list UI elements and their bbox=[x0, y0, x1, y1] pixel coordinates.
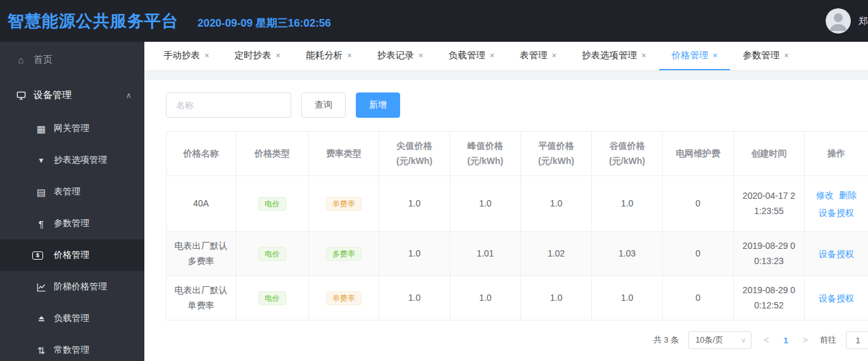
tab-reading-options-management[interactable]: 抄表选项管理 × bbox=[569, 42, 659, 70]
table-row: 40A 电价 单费率 1.0 1.0 1.0 1.0 0 2020-04-17 … bbox=[167, 176, 868, 232]
user-photo-icon bbox=[826, 8, 851, 34]
sidebar-item-device-management[interactable]: 设备管理 ∧ bbox=[0, 77, 144, 113]
cell-sharp-price: 1.0 bbox=[379, 276, 450, 320]
cell-flat-price: 1.02 bbox=[521, 232, 592, 276]
close-icon[interactable]: × bbox=[204, 51, 210, 60]
sidebar-item-meter-management[interactable]: ▤ 表管理 bbox=[0, 176, 144, 208]
sidebar-item-label: 表管理 bbox=[54, 186, 80, 198]
rate-type-tag: 多费率 bbox=[326, 247, 362, 261]
prev-page-button[interactable]: < bbox=[761, 335, 771, 345]
avatar[interactable] bbox=[826, 8, 851, 34]
close-icon[interactable]: × bbox=[418, 51, 424, 60]
sidebar-item-label: 参数管理 bbox=[54, 218, 89, 229]
cell-price-name: 40A bbox=[167, 176, 236, 232]
sidebar-item-load-management[interactable]: 负载管理 bbox=[0, 303, 144, 334]
cell-price-name: 电表出厂默认多费率 bbox=[167, 232, 236, 276]
rate-type-tag: 单费率 bbox=[326, 291, 362, 305]
price-type-tag: 电价 bbox=[258, 291, 286, 305]
cell-actions: 修改删除 设备授权 bbox=[805, 176, 868, 232]
tab-reading-records[interactable]: 抄表记录 × bbox=[365, 42, 436, 70]
sidebar-item-label: 价格管理 bbox=[54, 250, 89, 261]
tab-load-management[interactable]: 负载管理 × bbox=[436, 42, 507, 70]
sidebar-item-gateway-management[interactable]: ▦ 网关管理 bbox=[0, 113, 144, 144]
device-authorize-link[interactable]: 设备授权 bbox=[819, 293, 854, 303]
sort-icon: ⇅ bbox=[35, 346, 47, 355]
tab-manual-reading[interactable]: 手动抄表 × bbox=[151, 42, 222, 70]
col-actions: 操作 bbox=[805, 132, 868, 176]
close-icon[interactable]: × bbox=[641, 51, 646, 60]
table-row: 电表出厂默认单费率 电价 单费率 1.0 1.0 1.0 1.0 0 2019-… bbox=[167, 276, 868, 320]
col-valley-price: 谷值价格(元/kWh) bbox=[592, 132, 663, 176]
sidebar-item-reading-options-management[interactable]: ▼ 抄表选项管理 bbox=[0, 144, 144, 176]
cell-valley-price: 1.03 bbox=[592, 232, 663, 276]
sidebar-item-label: 抄表选项管理 bbox=[54, 155, 107, 166]
username: 郑 bbox=[859, 15, 868, 27]
device-authorize-link[interactable]: 设备授权 bbox=[819, 208, 854, 218]
grid-icon: ▦ bbox=[35, 124, 47, 134]
col-created-at: 创建时间 bbox=[734, 132, 805, 176]
pagination: 共 3 条 10条/页 ∨ < 1 > 前往 页 bbox=[166, 331, 868, 349]
filter-icon: ▼ bbox=[35, 157, 47, 164]
page-size-value: 10条/页 bbox=[695, 334, 723, 346]
delete-link[interactable]: 删除 bbox=[839, 190, 857, 200]
query-button[interactable]: 查询 bbox=[301, 92, 346, 118]
price-type-tag: 电价 bbox=[258, 247, 286, 261]
chevron-up-icon: ∧ bbox=[125, 91, 132, 100]
goto-label: 前往 bbox=[820, 334, 836, 346]
col-price-name: 价格名称 bbox=[167, 132, 236, 176]
cell-created-at: 2019-08-29 00:13:23 bbox=[734, 232, 805, 276]
cell-rate-type: 单费率 bbox=[309, 276, 379, 320]
tab-price-management[interactable]: 价格管理 × bbox=[659, 42, 731, 70]
next-page-button[interactable]: > bbox=[800, 335, 810, 345]
tab-meter-management[interactable]: 表管理 × bbox=[507, 42, 569, 70]
close-icon[interactable]: × bbox=[713, 51, 718, 60]
eject-icon bbox=[35, 315, 47, 323]
cell-rate-type: 多费率 bbox=[309, 232, 379, 276]
cell-peak-price: 1.0 bbox=[450, 176, 521, 232]
close-icon[interactable]: × bbox=[551, 51, 557, 60]
device-authorize-link[interactable]: 设备授权 bbox=[819, 249, 854, 259]
main-content: 手动抄表 × 定时抄表 × 能耗分析 × 抄表记录 × 负载管理 × 表管理 × bbox=[144, 42, 868, 361]
cell-flat-price: 1.0 bbox=[521, 276, 592, 320]
home-icon: ⌂ bbox=[15, 55, 27, 65]
add-button[interactable]: 新增 bbox=[356, 92, 400, 118]
cell-sharp-price: 1.0 bbox=[379, 176, 450, 232]
sidebar-item-price-management[interactable]: $ 价格管理 bbox=[0, 239, 144, 271]
col-peak-price: 峰值价格(元/kWh) bbox=[450, 132, 521, 176]
caret-down-icon: ∨ bbox=[741, 336, 746, 345]
book-icon: ▤ bbox=[35, 187, 47, 197]
content-area: 查询 新增 价格名称 价格类型 费率类型 尖值价格(元/kWh) 峰值 bbox=[144, 80, 868, 349]
sidebar-item-home[interactable]: ⌂ 首页 bbox=[0, 42, 144, 77]
close-icon[interactable]: × bbox=[276, 51, 281, 60]
rate-type-tag: 单费率 bbox=[326, 197, 362, 211]
sidebar-item-label: 网关管理 bbox=[54, 123, 89, 134]
sidebar-item-parameter-management[interactable]: ¶ 参数管理 bbox=[0, 208, 144, 239]
cell-created-at: 2020-04-17 21:23:55 bbox=[734, 176, 805, 232]
tab-parameter-management[interactable]: 参数管理 × bbox=[730, 42, 802, 70]
close-icon[interactable]: × bbox=[347, 51, 352, 60]
monitor-icon bbox=[15, 91, 27, 100]
cell-actions: 设备授权 bbox=[805, 276, 868, 320]
goto-page-input[interactable] bbox=[846, 331, 868, 349]
cell-peak-price: 1.01 bbox=[450, 232, 521, 276]
cell-valley-price: 1.0 bbox=[592, 276, 663, 320]
cell-price-name: 电表出厂默认单费率 bbox=[167, 276, 236, 320]
tab-energy-analysis[interactable]: 能耗分析 × bbox=[293, 42, 365, 70]
sidebar-item-tiered-price-management[interactable]: 阶梯价格管理 bbox=[0, 271, 144, 303]
name-search-input[interactable] bbox=[166, 92, 291, 118]
tab-scheduled-reading[interactable]: 定时抄表 × bbox=[222, 42, 294, 70]
close-icon[interactable]: × bbox=[489, 51, 494, 60]
edit-link[interactable]: 修改 bbox=[816, 190, 834, 200]
app-title: 智慧能源公共服务平台 bbox=[8, 10, 179, 32]
close-icon[interactable]: × bbox=[784, 51, 789, 60]
price-table: 价格名称 价格类型 费率类型 尖值价格(元/kWh) 峰值价格(元/kWh) 平… bbox=[166, 131, 868, 320]
page-number-1[interactable]: 1 bbox=[781, 336, 791, 345]
toolbar: 查询 新增 bbox=[166, 92, 868, 118]
page-size-select[interactable]: 10条/页 ∨ bbox=[688, 331, 752, 349]
cell-sharp-price: 1.0 bbox=[379, 232, 450, 276]
col-maintenance-fee: 电网维护费 bbox=[663, 132, 734, 176]
table-header-row: 价格名称 价格类型 费率类型 尖值价格(元/kWh) 峰值价格(元/kWh) 平… bbox=[167, 132, 868, 176]
sidebar-item-constant-management[interactable]: ⇅ 常数管理 bbox=[0, 334, 144, 361]
cell-peak-price: 1.0 bbox=[450, 276, 521, 320]
app-root: 智慧能源公共服务平台 2020-09-09 星期三16:02:56 郑 ⌂ 首页… bbox=[0, 0, 868, 361]
